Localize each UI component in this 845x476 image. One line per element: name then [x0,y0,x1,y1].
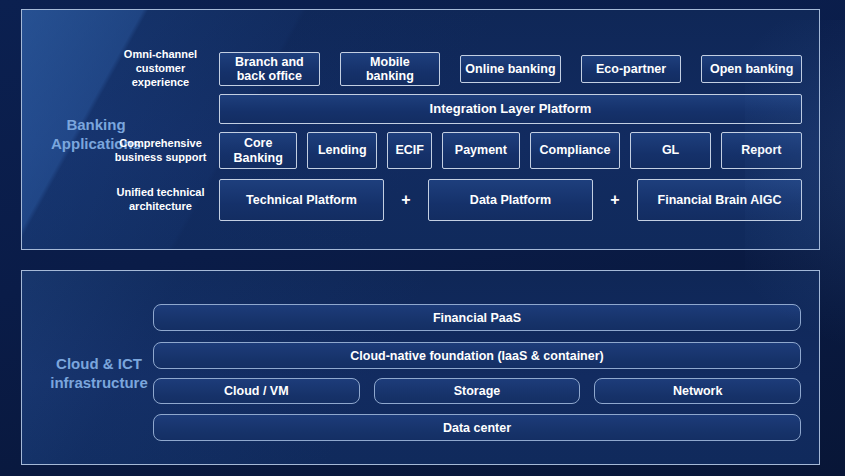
online-banking-box: Online banking [460,55,561,83]
cloud-ict-infrastructure-panel: Cloud & ICT infrastructure Financial Paa… [21,270,820,465]
lending-box: Lending [307,132,377,169]
row-label-spacer [106,94,219,124]
integration-layer-row: Integration Layer Platform [106,94,802,124]
report-box: Report [721,132,802,169]
cloud-vm-box: Cloud / VM [153,378,360,404]
integration-layer-platform-bar: Integration Layer Platform [219,94,802,124]
business-support-row-boxes: Core Banking Lending ECIF Payment Compli… [219,132,802,169]
slide-background: Banking Applications Omni-channel custom… [0,0,845,476]
open-banking-box: Open banking [701,55,802,83]
cloud-ict-infrastructure-title: Cloud & ICT infrastructure [32,355,166,393]
gl-box: GL [630,132,710,169]
cloud-native-foundation-row: Cloud-native foundation (IaaS & containe… [153,342,801,369]
core-banking-box: Core Banking [219,132,297,169]
integration-layer-row-boxes: Integration Layer Platform [219,94,802,124]
business-support-row: Comprehensive business support Core Bank… [106,132,802,169]
data-center-box: Data center [153,414,801,441]
banking-applications-panel: Banking Applications Omni-channel custom… [21,9,820,250]
cloud-native-foundation-box: Cloud-native foundation (IaaS & containe… [153,342,801,369]
unified-architecture-row-label: Unified technical architecture [106,179,219,221]
financial-paas-row: Financial PaaS [153,304,801,331]
payment-box: Payment [442,132,519,169]
business-support-row-label: Comprehensive business support [106,132,219,169]
omni-channel-row-label: Omni-channel customer experience [106,52,219,86]
data-platform-box: Data Platform [428,179,593,221]
omni-channel-row: Omni-channel customer experience Branch … [106,52,802,86]
financial-paas-box: Financial PaaS [153,304,801,331]
omni-channel-row-boxes: Branch and back office Mobile banking On… [219,52,802,86]
compliance-box: Compliance [530,132,621,169]
ecif-box: ECIF [387,132,432,169]
plus-separator: + [384,191,428,209]
storage-box: Storage [374,378,581,404]
unified-architecture-row: Unified technical architecture Technical… [106,179,802,221]
eco-partner-box: Eco-partner [581,55,682,83]
unified-architecture-row-boxes: Technical Platform + Data Platform + Fin… [219,179,802,221]
infrastructure-resources-row: Cloud / VM Storage Network [153,378,801,404]
technical-platform-box: Technical Platform [219,179,384,221]
data-center-row: Data center [153,414,801,441]
plus-separator: + [593,191,637,209]
mobile-banking-box: Mobile banking [340,52,441,86]
network-box: Network [594,378,801,404]
financial-brain-aigc-box: Financial Brain AIGC [637,179,802,221]
branch-and-back-office-box: Branch and back office [219,52,320,86]
